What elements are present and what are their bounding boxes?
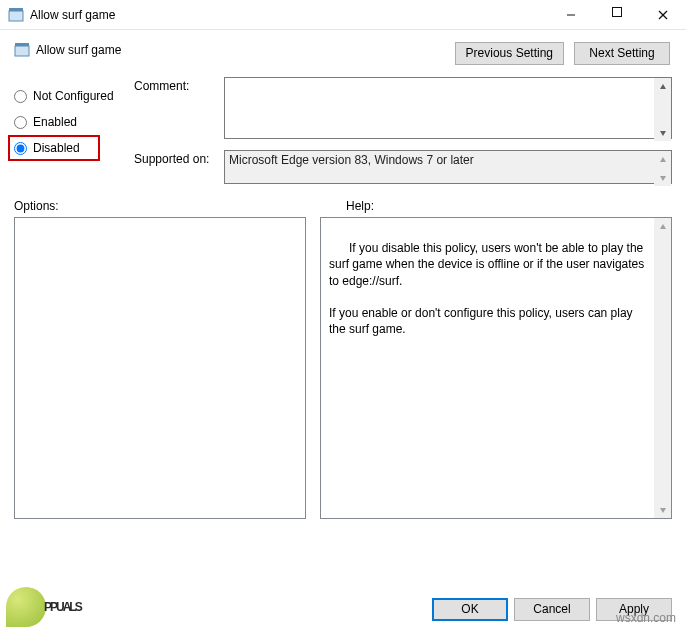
svg-marker-11: [660, 224, 666, 229]
maximize-button[interactable]: [594, 0, 640, 30]
svg-rect-5: [15, 46, 29, 56]
close-button[interactable]: [640, 0, 686, 30]
minimize-button[interactable]: [548, 0, 594, 30]
radio-disabled-label: Disabled: [33, 141, 80, 155]
scroll-down-icon: [654, 501, 671, 518]
maximize-icon: [612, 7, 622, 17]
cancel-button[interactable]: Cancel: [514, 598, 590, 621]
supported-on-value: [224, 150, 672, 184]
svg-marker-8: [660, 131, 666, 136]
radio-enabled[interactable]: Enabled: [14, 109, 134, 135]
radio-disabled[interactable]: Disabled: [8, 135, 100, 161]
scroll-up-icon: [654, 218, 671, 235]
help-scrollbar[interactable]: [654, 218, 671, 518]
next-setting-button[interactable]: Next Setting: [574, 42, 670, 65]
comment-scrollbar[interactable]: [654, 78, 671, 141]
radio-disabled-input[interactable]: [14, 142, 27, 155]
apply-button[interactable]: Apply: [596, 598, 672, 621]
svg-rect-0: [9, 11, 23, 21]
window-title: Allow surf game: [30, 8, 548, 22]
svg-marker-12: [660, 508, 666, 513]
svg-rect-1: [9, 8, 23, 11]
supported-scrollbar[interactable]: [654, 151, 671, 186]
svg-rect-6: [15, 43, 29, 46]
scroll-down-icon: [654, 124, 671, 141]
svg-marker-7: [660, 84, 666, 89]
scroll-up-icon: [654, 151, 671, 168]
titlebar: Allow surf game: [0, 0, 686, 30]
comment-input[interactable]: [224, 77, 672, 139]
ok-button[interactable]: OK: [432, 598, 508, 621]
radio-enabled-label: Enabled: [33, 115, 77, 129]
header: Allow surf game Previous Setting Next Se…: [0, 30, 686, 71]
scroll-up-icon: [654, 78, 671, 95]
watermark-face-icon: [6, 587, 46, 627]
options-pane: [14, 217, 306, 519]
window-controls: [548, 0, 686, 30]
svg-marker-10: [660, 176, 666, 181]
radio-not-configured-input[interactable]: [14, 90, 27, 103]
supported-on-label: Supported on:: [134, 150, 224, 166]
watermark-logo: PPUALS: [6, 587, 81, 627]
page-title: Allow surf game: [36, 43, 121, 57]
dialog-footer: OK Cancel Apply: [432, 598, 672, 621]
state-radio-group: Not Configured Enabled Disabled: [14, 77, 134, 161]
scroll-down-icon: [654, 169, 671, 186]
comment-label: Comment:: [134, 77, 224, 93]
previous-setting-button[interactable]: Previous Setting: [455, 42, 564, 65]
app-icon: [8, 7, 24, 23]
radio-not-configured-label: Not Configured: [33, 89, 114, 103]
help-text: If you disable this policy, users won't …: [329, 241, 648, 336]
policy-icon: [14, 42, 30, 58]
help-label: Help:: [346, 199, 374, 213]
help-pane: If you disable this policy, users won't …: [320, 217, 672, 519]
watermark-logo-text: PPUALS: [44, 600, 81, 614]
svg-marker-9: [660, 157, 666, 162]
options-label: Options:: [14, 199, 314, 213]
radio-not-configured[interactable]: Not Configured: [14, 83, 134, 109]
radio-enabled-input[interactable]: [14, 116, 27, 129]
